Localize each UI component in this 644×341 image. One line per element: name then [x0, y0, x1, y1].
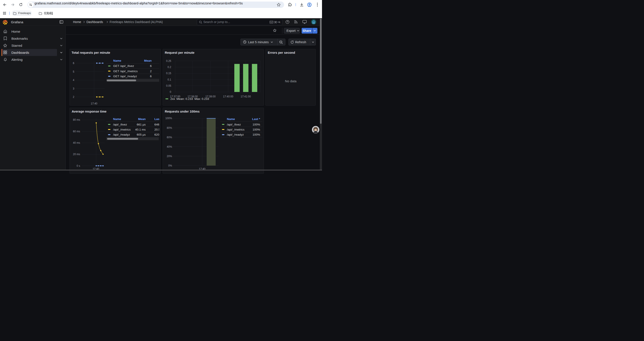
svg-text:/api/_/metrics: /api/_/metrics [113, 128, 131, 131]
svg-text:80 ms: 80 ms [73, 118, 80, 121]
svg-text:100%: 100% [165, 117, 172, 120]
svg-text:0%: 0% [168, 164, 172, 167]
svg-text:17:41:00: 17:41:00 [240, 95, 251, 98]
svg-text:Mean: 0.233: Mean: 0.233 [176, 97, 193, 101]
svg-text:Name: Name [227, 117, 235, 121]
svg-text:0.1: 0.1 [168, 78, 171, 81]
svg-text:3: 3 [73, 87, 74, 90]
svg-text:20 ms: 20 ms [73, 153, 80, 156]
svg-text:4: 4 [73, 79, 74, 82]
svg-text:Mean: Mean [144, 59, 152, 62]
svg-text:100%: 100% [252, 123, 260, 126]
svg-text:GET /api/_/metrics: GET /api/_/metrics [113, 69, 138, 73]
svg-text:0.2: 0.2 [168, 66, 171, 69]
svg-text:100%: 100% [252, 133, 260, 136]
svg-text:Last *: Last * [154, 117, 161, 121]
svg-text:20.5 m: 20.5 m [154, 128, 161, 131]
svg-text:0.15: 0.15 [166, 72, 171, 75]
svg-text:605 µs: 605 µs [137, 133, 146, 136]
svg-text:2xx: 2xx [170, 97, 175, 101]
svg-text:6: 6 [150, 64, 152, 68]
svg-text:17:40:00: 17:40:00 [223, 95, 233, 98]
svg-text:17:40: 17:40 [90, 102, 97, 105]
svg-text:646: 646 [154, 123, 159, 126]
svg-text:2: 2 [73, 96, 74, 99]
svg-text:Mean: Mean [138, 117, 146, 121]
svg-text:60 ms: 60 ms [73, 130, 80, 133]
svg-text:40.1 ms: 40.1 ms [135, 128, 146, 131]
svg-text:5: 5 [73, 70, 74, 73]
svg-text:661 µs: 661 µs [137, 123, 146, 126]
svg-text:6: 6 [150, 75, 152, 78]
svg-text:80%: 80% [167, 126, 172, 129]
svg-text:100%: 100% [252, 128, 260, 131]
svg-text:40%: 40% [167, 145, 172, 148]
svg-text:GET /api/_/readyz: GET /api/_/readyz [113, 75, 137, 78]
svg-text:6: 6 [73, 62, 74, 65]
svg-text:Last *: Last * [252, 117, 260, 121]
svg-text:Name: Name [113, 59, 121, 62]
svg-text:20%: 20% [167, 154, 172, 158]
svg-text:GET /api/_/livez: GET /api/_/livez [113, 64, 134, 68]
svg-text:/api/_/metrics: /api/_/metrics [227, 128, 244, 131]
svg-text:2: 2 [150, 69, 152, 73]
svg-text:0 s: 0 s [76, 164, 80, 167]
svg-text:40 ms: 40 ms [73, 141, 80, 144]
svg-text:/api/_/readyz: /api/_/readyz [113, 133, 130, 136]
svg-text:0.25: 0.25 [166, 60, 171, 63]
svg-text:/api/_/livez: /api/_/livez [227, 123, 241, 126]
svg-text:Max: 0.233: Max: 0.233 [194, 97, 209, 101]
svg-text:Name: Name [113, 117, 121, 121]
svg-text:/api/_/livez: /api/_/livez [113, 123, 127, 126]
svg-text:/api/_/readyz: /api/_/readyz [227, 133, 244, 136]
svg-text:0.05: 0.05 [166, 84, 171, 87]
svg-text:620: 620 [154, 133, 159, 136]
svg-text:60%: 60% [167, 136, 172, 139]
svg-text:0: 0 [170, 90, 171, 94]
